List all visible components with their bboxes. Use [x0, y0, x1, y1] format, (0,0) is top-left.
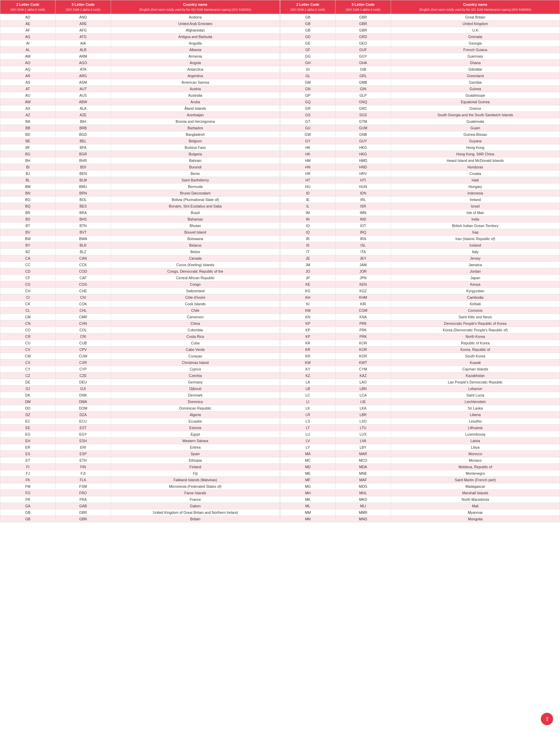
- three-letter-code-cell: LSO: [336, 418, 391, 425]
- country-name-cell: Angola: [111, 60, 280, 66]
- left-table: 2 Letter Code (ISO 3166-1 alpha-2 code) …: [0, 0, 280, 522]
- two-letter-code-cell: CF: [0, 275, 56, 281]
- three-letter-code-cell: CHL: [56, 307, 111, 314]
- country-name-cell: Colombia: [111, 327, 280, 333]
- table-row: BVBVTBouvet Island: [0, 229, 280, 236]
- table-row: CKCOKCook Islands: [0, 301, 280, 307]
- three-letter-code-cell: IRN: [336, 236, 391, 242]
- two-letter-code-cell: HM: [280, 157, 336, 164]
- country-name-cell: Brazil: [111, 210, 280, 216]
- two-letter-code-cell: GD: [280, 34, 336, 40]
- two-letter-code-cell: FO: [0, 490, 56, 496]
- three-letter-code-cell: BIH: [56, 118, 111, 125]
- country-name-cell: Myanmar: [391, 509, 560, 516]
- country-name-cell: China: [111, 320, 280, 327]
- table-row: GPGLPGuadeloupe: [280, 92, 560, 99]
- country-name-cell: Algeria: [111, 412, 280, 418]
- table-row: HRHRVCroatia: [280, 170, 560, 177]
- table-row: ASASMAmerican Samoa: [0, 79, 280, 86]
- two-letter-code-cell: KP: [280, 327, 336, 333]
- country-name-cell: Botswana: [111, 236, 280, 242]
- three-letter-code-cell: COG: [56, 281, 111, 288]
- two-letter-code-cell: IM: [280, 210, 336, 216]
- two-letter-code-cell: BY: [0, 242, 56, 249]
- three-letter-code-cell: KIR: [336, 301, 391, 307]
- country-name-cell: Indonesia: [391, 190, 560, 197]
- two-letter-code-cell: CL: [0, 307, 56, 314]
- country-name-cell: Comoros: [391, 307, 560, 314]
- three-letter-code-cell: HKG: [336, 151, 391, 157]
- two-letter-code-cell: DK: [0, 392, 56, 399]
- two-letter-code-cell: KG: [280, 288, 336, 294]
- country-name-cell: Libya: [391, 444, 560, 451]
- three-letter-code-cell: DOM: [56, 405, 111, 412]
- three-letter-code-cell: LBN: [336, 386, 391, 392]
- table-row: KNKNASaint Kitts and Nevis: [280, 314, 560, 320]
- three-letter-code-cell: ASM: [56, 79, 111, 86]
- two-letter-code-cell: DZ: [0, 412, 56, 418]
- two-letter-code-cell: CH: [0, 288, 56, 294]
- two-letter-code-cell: CD: [0, 268, 56, 275]
- three-letter-code-cell: CHN: [56, 320, 111, 327]
- country-name-cell: French Guiana: [391, 47, 560, 53]
- table-row: MHMHLMarshall Islands: [280, 490, 560, 496]
- three-letter-code-cell: CYP: [56, 366, 111, 373]
- two-letter-code-cell: LC: [280, 392, 336, 399]
- three-letter-code-cell: GNB: [336, 131, 391, 138]
- three-letter-code-cell: HND: [336, 164, 391, 170]
- two-letter-code-cell: FM: [0, 483, 56, 490]
- table-row: KMCOMComoros: [280, 307, 560, 314]
- country-name-cell: Hong Kong: [391, 144, 560, 151]
- table-row: LKLKASri Lanka: [280, 405, 560, 412]
- table-row: BABIHBosnia and Herzegovina: [0, 118, 280, 125]
- three-letter-code-cell: BRB: [56, 125, 111, 131]
- table-row: GDGRDGrenada: [280, 34, 560, 40]
- two-letter-code-cell: LS: [280, 418, 336, 425]
- table-row: MLMLIMali: [280, 503, 560, 509]
- three-letter-code-cell: DJI: [56, 386, 111, 392]
- two-letter-code-cell: BH: [0, 157, 56, 164]
- right-table: 2 Letter Code (ISO 3166-1 alpha-2 code) …: [280, 0, 560, 522]
- country-name-cell: Guyana: [391, 138, 560, 144]
- three-letter-code-cell: AIA: [56, 40, 111, 47]
- table-row: BZBLZBelize: [0, 249, 280, 255]
- two-letter-code-cell: LI: [280, 399, 336, 405]
- country-name-cell: Morocco: [391, 451, 560, 457]
- country-name-cell: Argentina: [111, 73, 280, 79]
- three-letter-code-cell: DEU: [56, 379, 111, 386]
- two-letter-code-cell: IL: [280, 203, 336, 210]
- table-row: BIBDIBurundi: [0, 164, 280, 170]
- three-letter-code-cell: BGR: [56, 151, 111, 157]
- table-row: HNHNDHonduras: [280, 164, 560, 170]
- two-letter-code-cell: AD: [0, 14, 56, 21]
- country-name-cell: Burundi: [111, 164, 280, 170]
- table-row: GEGEOGeorgia: [280, 40, 560, 47]
- table-row: AMARMArmenia: [0, 53, 280, 60]
- three-letter-code-cell: DNK: [56, 392, 111, 399]
- country-name-cell: Armenia: [111, 53, 280, 60]
- three-letter-code-cell: BLR: [56, 242, 111, 249]
- three-letter-code-cell: MHL: [336, 490, 391, 496]
- two-letter-code-cell: IQ: [280, 229, 336, 236]
- country-name-cell: Switzerland: [111, 288, 280, 294]
- two-letter-code-cell: KN: [280, 314, 336, 320]
- table-row: BRBRABrazil: [0, 210, 280, 216]
- two-letter-code-cell: JE: [280, 255, 336, 262]
- two-letter-code-cell: MG: [280, 483, 336, 490]
- country-name-cell: Christmas Island: [111, 359, 280, 366]
- two-letter-code-cell: IR: [280, 236, 336, 242]
- right-header-col3: Country name (English short name ocially…: [391, 0, 560, 14]
- table-row: AGATGAntigua and Barbuda: [0, 34, 280, 40]
- two-letter-code-cell: BO: [0, 197, 56, 203]
- three-letter-code-cell: HTI: [336, 177, 391, 184]
- country-name-cell: Ecuador: [111, 418, 280, 425]
- two-letter-code-cell: KR: [280, 340, 336, 346]
- two-letter-code-cell: GE: [280, 40, 336, 47]
- country-name-cell: Estonia: [111, 425, 280, 431]
- country-name-cell: Cook Islands: [111, 301, 280, 307]
- table-row: KGKGZKyrgyzstan: [280, 288, 560, 294]
- two-letter-code-cell: AG: [0, 34, 56, 40]
- three-letter-code-cell: MNG: [336, 516, 391, 522]
- table-row: BYBLRBelarus: [0, 242, 280, 249]
- country-name-cell: Iran (Islamic Republic of): [391, 236, 560, 242]
